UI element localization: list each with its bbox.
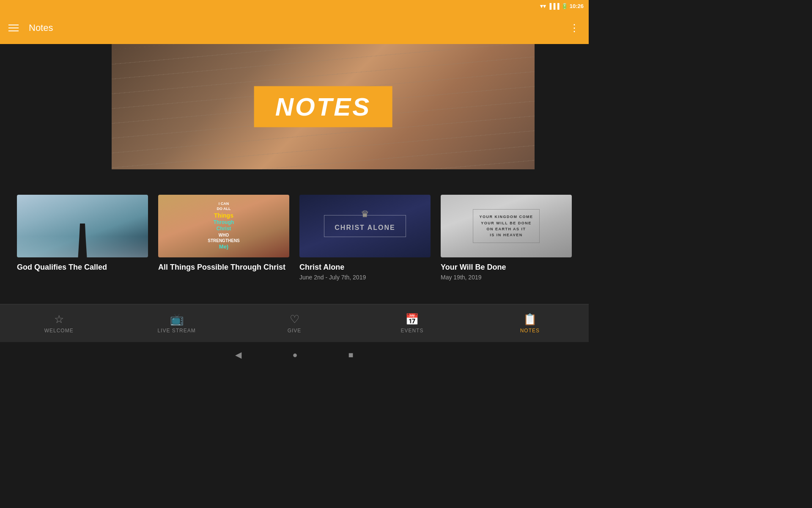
hero-banner: NOTES: [112, 44, 535, 169]
app-title: Notes: [29, 22, 569, 33]
heart-icon: ♡: [290, 313, 299, 326]
nav-give-label: GIVE: [288, 328, 302, 334]
wifi-icon: ▾▾: [540, 3, 546, 9]
nav-events[interactable]: 📅 EVENTS: [353, 313, 471, 334]
kingdom-text-box: YOUR KINGDOM COMEYOUR WILL BE DONEON EAR…: [473, 209, 539, 243]
card-all-things[interactable]: I CAN DO ALL Things ThroughChrist WHOSTR…: [158, 195, 289, 283]
me-text: Me): [208, 243, 240, 251]
card-info-3: Christ Alone June 2nd - July 7th, 2019: [299, 257, 431, 283]
nav-livestream[interactable]: 📺 Live Stream: [118, 313, 235, 334]
card-image-1: [17, 195, 148, 257]
card-date-4: May 19th, 2019: [441, 274, 572, 281]
status-icons: ▾▾ ▐▐▐ 🔋 10:26: [540, 3, 584, 9]
nav-give[interactable]: ♡ GIVE: [236, 313, 353, 334]
signal-icon: ▐▐▐: [548, 3, 560, 9]
christ-alone-text: CHRIST ALONE: [335, 224, 395, 232]
card-image-3: ♛ CHRIST ALONE: [299, 195, 431, 257]
nav-welcome[interactable]: ☆ WELCOME: [0, 313, 118, 334]
back-button[interactable]: [235, 350, 241, 360]
hero-title: NOTES: [275, 93, 371, 121]
nav-notes-label: Notes: [520, 328, 540, 334]
nav-events-label: EVENTS: [401, 328, 423, 334]
more-options-icon[interactable]: ⋮: [569, 22, 580, 34]
fog-effect: [17, 236, 148, 257]
card-god-qualifies[interactable]: God Qualifies The Called: [17, 195, 148, 283]
strengthens-text: WHOSTRENGTHENS: [208, 232, 240, 243]
card-image-2-text: I CAN DO ALL Things ThroughChrist WHOSTR…: [208, 202, 240, 251]
card-info-4: Your Will Be Done May 19th, 2019: [441, 257, 572, 283]
through-christ-text: ThroughChrist: [208, 219, 240, 232]
card-info-2: All Things Possible Through Christ: [158, 257, 289, 276]
bottom-nav: ☆ WELCOME 📺 Live Stream ♡ GIVE 📅 EVENTS …: [0, 304, 589, 342]
status-bar: ▾▾ ▐▐▐ 🔋 10:26: [0, 0, 589, 12]
side-panel-right: [535, 44, 589, 169]
card-date-3: June 2nd - July 7th, 2019: [299, 274, 431, 281]
side-panel-left: [0, 44, 112, 169]
recents-button[interactable]: [348, 350, 354, 360]
cards-section: God Qualifies The Called I CAN DO ALL Th…: [0, 195, 589, 283]
card-title-2: All Things Possible Through Christ: [158, 262, 289, 272]
system-nav: [0, 342, 589, 367]
tv-icon: 📺: [170, 313, 184, 326]
card-image-4: YOUR KINGDOM COMEYOUR WILL BE DONEON EAR…: [441, 195, 572, 257]
notes-icon: 📋: [523, 313, 537, 326]
hero-title-overlay: NOTES: [254, 86, 392, 127]
nav-notes[interactable]: 📋 Notes: [471, 313, 589, 334]
card-title-1: God Qualifies The Called: [17, 262, 148, 272]
card-your-will[interactable]: YOUR KINGDOM COMEYOUR WILL BE DONEON EAR…: [441, 195, 572, 283]
crown-icon: ♛: [361, 209, 369, 220]
card-title-3: Christ Alone: [299, 262, 431, 272]
card-title-4: Your Will Be Done: [441, 262, 572, 272]
time-display: 10:26: [570, 3, 584, 9]
home-button[interactable]: [292, 350, 297, 360]
battery-icon: 🔋: [561, 3, 568, 9]
star-icon: ☆: [54, 313, 64, 326]
kingdom-verse: YOUR KINGDOM COMEYOUR WILL BE DONEON EAR…: [479, 214, 533, 238]
nav-welcome-label: WELCOME: [44, 328, 74, 334]
hamburger-menu-icon[interactable]: [8, 25, 19, 31]
card-christ-alone[interactable]: ♛ CHRIST ALONE Christ Alone June 2nd - J…: [299, 195, 431, 283]
card-image-2: I CAN DO ALL Things ThroughChrist WHOSTR…: [158, 195, 289, 257]
app-bar: Notes ⋮: [0, 12, 589, 44]
things-text: Things: [208, 212, 240, 219]
christ-alone-box: ♛ CHRIST ALONE: [324, 215, 406, 237]
nav-livestream-label: Live Stream: [157, 328, 195, 334]
calendar-icon: 📅: [405, 313, 419, 326]
card-info-1: God Qualifies The Called: [17, 257, 148, 276]
